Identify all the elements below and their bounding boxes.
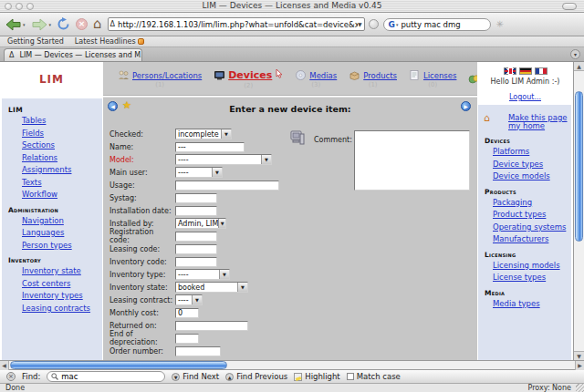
- sidebar-item-media-types[interactable]: Media types: [493, 300, 571, 308]
- model-select[interactable]: ----: [175, 154, 272, 165]
- sidebar-header-administration: Administration: [8, 206, 99, 214]
- comment-textarea[interactable]: [354, 130, 470, 191]
- vertical-scrollbar[interactable]: [573, 62, 584, 360]
- dropdown-arrow-icon: [221, 129, 231, 139]
- vertical-scrollbar-thumb[interactable]: [575, 91, 583, 242]
- close-findbar-icon[interactable]: [6, 372, 16, 381]
- leasing-code-input[interactable]: [175, 244, 217, 254]
- highlight-button[interactable]: Highlight: [294, 372, 339, 381]
- reload-icon: [57, 17, 70, 31]
- nav-medias[interactable]: Medias (3): [295, 70, 337, 88]
- dropdown-arrow-icon: [212, 168, 222, 177]
- scroll-up-arrow-icon[interactable]: [574, 62, 584, 71]
- monthly-cost-input[interactable]: [175, 308, 199, 318]
- match-case-checkbox[interactable]: Match case: [347, 372, 401, 381]
- device-form: Checked: incomplete Name: Model: ---- Ma…: [110, 128, 279, 357]
- name-input[interactable]: [175, 142, 245, 152]
- checked-select[interactable]: incomplete: [175, 129, 232, 139]
- sidebar-item-manufacturers[interactable]: Manufacturers: [493, 235, 571, 243]
- reload-button[interactable]: [57, 17, 70, 31]
- find-previous-button[interactable]: Find Previous: [225, 372, 287, 381]
- comment-label: Comment:: [314, 136, 352, 144]
- back-button[interactable]: ▾: [5, 18, 26, 31]
- url-dropdown-icon[interactable]: ▼: [358, 21, 362, 27]
- stop-button[interactable]: [76, 18, 88, 30]
- sidebar-item-person-types[interactable]: Person types: [22, 242, 102, 250]
- installed-by-select[interactable]: Admin, LIM: [175, 218, 226, 229]
- find-next-button[interactable]: Find Next: [172, 372, 219, 381]
- horizontal-scrollbar[interactable]: [0, 360, 584, 370]
- forward-button[interactable]: ▾: [31, 18, 52, 31]
- toolbar-toggle-pill[interactable]: [562, 3, 577, 10]
- sidebar-item-packaging[interactable]: Packaging: [493, 199, 571, 207]
- field-label: Inventory state:: [110, 284, 175, 292]
- forward-history-arrow-icon[interactable]: ▾: [49, 22, 52, 27]
- inventory-type-select[interactable]: ----: [175, 269, 230, 280]
- search-bar[interactable]: G ▾: [383, 18, 491, 31]
- url-input[interactable]: [118, 20, 358, 29]
- nav-devices[interactable]: Devices (2): [214, 69, 283, 89]
- order-number-input[interactable]: [175, 346, 221, 356]
- sidebar-item-license-types[interactable]: License types: [493, 273, 571, 282]
- sidebar-item-texts[interactable]: Texts: [22, 179, 102, 187]
- title-bar: LIM — Devices — Licenses and Media v0.45: [0, 0, 584, 13]
- find-previous-icon: [225, 373, 234, 381]
- inventory-state-select[interactable]: booked: [175, 282, 248, 293]
- sidebar-item-languages[interactable]: Languages: [22, 229, 102, 237]
- usage-input[interactable]: [175, 181, 279, 191]
- sidebar-item-cost-centers[interactable]: Cost centers: [22, 280, 102, 288]
- bookmark-latest-headlines[interactable]: Latest Headlines: [75, 37, 144, 46]
- go-button[interactable]: [369, 19, 379, 29]
- bookmark-getting-started[interactable]: Getting Started: [7, 37, 64, 46]
- main-user-select[interactable]: ----: [175, 167, 223, 178]
- scroll-right-arrow-icon[interactable]: [575, 361, 584, 370]
- resize-grip[interactable]: [576, 384, 584, 392]
- sidebar-item-inventory-state[interactable]: Inventory state: [22, 267, 102, 275]
- search-engine-dropdown-icon[interactable]: ▾: [396, 22, 399, 27]
- nav-persons-locations[interactable]: Persons/Locations (1): [118, 70, 202, 88]
- sidebar-item-tables[interactable]: Tables: [22, 117, 102, 125]
- sidebar-item-relations[interactable]: Relations: [22, 154, 102, 162]
- sidebar-item-platforms[interactable]: Platforms: [493, 148, 571, 156]
- url-bar[interactable]: ▼: [108, 17, 365, 31]
- nav-licenses[interactable]: Licenses (0): [409, 70, 456, 88]
- scroll-down-arrow-icon[interactable]: [574, 351, 584, 360]
- sidebar-item-workflow[interactable]: Workflow: [22, 191, 102, 199]
- sidebar-item-product-types[interactable]: Product types: [493, 211, 571, 219]
- sidebar-item-device-models[interactable]: Device models: [493, 172, 571, 181]
- sidebar-item-inventory-types[interactable]: Inventory types: [22, 292, 102, 300]
- end-of-depreciation-input[interactable]: [175, 334, 199, 344]
- installation-date-input[interactable]: [175, 206, 217, 216]
- make-home-link[interactable]: Make this page my home: [484, 114, 569, 129]
- media-disc-icon: [295, 70, 307, 80]
- language-flag-uk[interactable]: [504, 67, 516, 75]
- logout-link[interactable]: Logout...: [509, 93, 541, 101]
- web-search-input[interactable]: [401, 20, 497, 29]
- tab-lim-devices[interactable]: LIM — Devices — Licenses and M...: [4, 48, 142, 61]
- language-flag-de[interactable]: [519, 67, 532, 75]
- scroll-left-arrow-icon[interactable]: [0, 361, 9, 370]
- horizontal-scrollbar-thumb[interactable]: [10, 361, 227, 369]
- back-history-arrow-icon[interactable]: ▾: [23, 22, 26, 27]
- find-input[interactable]: [61, 372, 161, 381]
- find-field[interactable]: [47, 371, 165, 382]
- sidebar-item-fields[interactable]: Fields: [22, 129, 102, 138]
- field-label: Registration code:: [110, 228, 175, 244]
- nav-products[interactable]: Products (1): [349, 70, 397, 88]
- sidebar-item-licensing-models[interactable]: Licensing models: [493, 262, 571, 270]
- inventory-code-input[interactable]: [175, 257, 217, 267]
- leasing-contract-select[interactable]: ----: [175, 294, 203, 305]
- field-label: Installation date:: [110, 207, 175, 215]
- sidebar-item-operating-systems[interactable]: Operating systems: [493, 223, 571, 232]
- returned-on-input[interactable]: [175, 321, 248, 331]
- sidebar-item-assignments[interactable]: Assignments: [22, 166, 102, 174]
- sidebar-item-navigation[interactable]: Navigation: [22, 217, 102, 225]
- sidebar-item-device-types[interactable]: Device types: [493, 160, 571, 169]
- language-flag-fr[interactable]: [535, 67, 548, 75]
- home-button[interactable]: [93, 18, 102, 30]
- list-all-tabs-button[interactable]: [570, 49, 580, 59]
- sidebar-item-sections[interactable]: Sections: [22, 141, 102, 150]
- systag-input[interactable]: [175, 193, 217, 203]
- registration-code-input[interactable]: [175, 232, 217, 242]
- sidebar-item-leasing-contracts[interactable]: Leasing contracts: [22, 304, 102, 313]
